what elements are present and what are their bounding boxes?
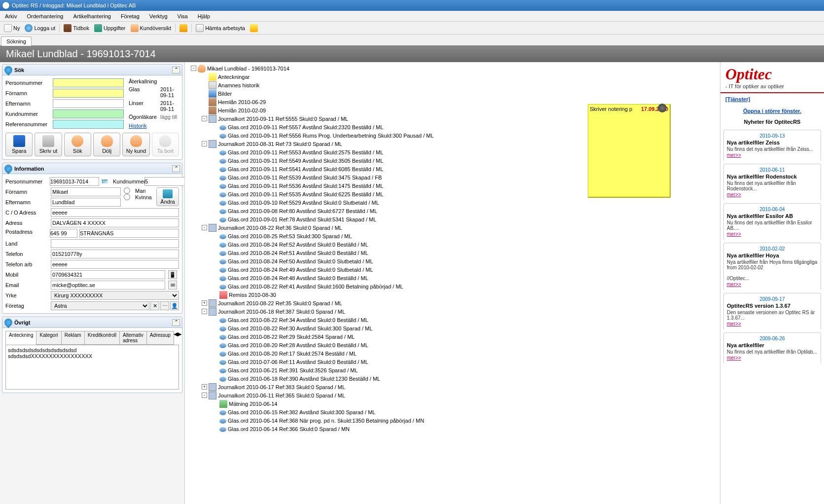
tree-node[interactable]: Glas.ord 2010-08-24 Ref:52 Avstånd Skuld… xyxy=(187,240,718,249)
expand-button[interactable]: - xyxy=(202,393,207,398)
tree-node[interactable]: -Journalkort 2010-06-18 Ref:387 Skuld:0 … xyxy=(187,307,718,316)
tab-scroll[interactable]: ▶ xyxy=(178,331,181,345)
tree-node[interactable]: Glas.ord 2010-06-15 Ref:382 Avstånd Skul… xyxy=(187,408,718,416)
tree-node[interactable]: Mätning 2010-06-14 xyxy=(187,399,718,408)
info-post1[interactable] xyxy=(50,229,77,238)
tree-node[interactable]: Glas.ord 2010-08-24 Ref:48 Avstånd Skuld… xyxy=(187,274,718,282)
input-referensnummer[interactable] xyxy=(53,120,124,129)
input-fornamn[interactable] xyxy=(53,89,124,98)
menu-verktyg[interactable]: Verktyg xyxy=(144,13,173,19)
tree-node[interactable]: Glas.ord 2010-06-14 Ref:368 När prog. pd… xyxy=(187,416,718,425)
expand-button[interactable]: - xyxy=(202,309,207,314)
spara-button[interactable]: Spara xyxy=(5,133,33,156)
ovrigt-tab-kreditkontroll[interactable]: Kreditkontroll xyxy=(84,331,120,345)
tree-node[interactable]: Glas.ord 2010-09-01 Ref:78 Avstånd Skuld… xyxy=(187,215,718,223)
tree-node[interactable]: -Journalkort 2010-08-22 Ref:36 Skuld:0 S… xyxy=(187,223,718,232)
menu-artikelhantering[interactable]: Artikelhantering xyxy=(68,13,115,19)
tool-lock[interactable] xyxy=(178,23,189,34)
input-kundnummer[interactable] xyxy=(53,109,124,118)
info-tel[interactable] xyxy=(51,250,179,258)
id-lookup-button[interactable]: 🪪 xyxy=(101,179,111,185)
collapse-button[interactable]: ⌃ xyxy=(172,165,180,172)
menu-hjälp[interactable]: Hjälp xyxy=(193,13,215,19)
tab-sokning[interactable]: Sökning xyxy=(1,36,32,46)
tree-node[interactable]: Glas.ord 2010-08-24 Ref:51 Avstånd Skuld… xyxy=(187,249,718,257)
tool-ny[interactable]: Ny xyxy=(2,23,22,34)
tool-kundöversikt[interactable]: Kundöversikt xyxy=(129,23,174,34)
info-kn[interactable] xyxy=(144,177,184,186)
info-foretag[interactable]: Astra xyxy=(51,301,149,310)
info-adr[interactable] xyxy=(51,218,179,227)
tool-uppgifter[interactable]: Uppgifter xyxy=(92,23,128,34)
menu-företag[interactable]: Företag xyxy=(116,13,144,19)
menu-arkiv[interactable]: Arkiv xyxy=(0,13,22,19)
info-post2[interactable] xyxy=(79,229,179,238)
tool-tidbok[interactable]: Tidbok xyxy=(62,23,91,34)
expand-button[interactable]: + xyxy=(202,384,207,390)
ovrigt-tab-kategori[interactable]: Kategori xyxy=(36,331,61,345)
ovrigt-tab-alternativ-adress[interactable]: Alternativ adress xyxy=(119,331,147,345)
expand-button[interactable]: - xyxy=(191,66,196,71)
oppna-link[interactable]: Öppna i större fönster. xyxy=(720,105,824,117)
info-fn[interactable] xyxy=(51,187,121,196)
expand-button[interactable]: - xyxy=(202,141,207,146)
company-btn3[interactable]: 👤 xyxy=(170,301,179,310)
email-action-button[interactable]: ✉ xyxy=(168,281,177,289)
tree-node[interactable]: Glas.ord 2010-08-20 Ref:28 Avstånd Skuld… xyxy=(187,341,718,349)
dolj-button[interactable]: Dölj xyxy=(93,133,120,156)
sticky-note[interactable]: Skriver notering p 17.09.2010 xyxy=(588,104,671,198)
nykund-button[interactable]: Ny kund xyxy=(122,133,149,156)
info-co[interactable] xyxy=(51,208,179,217)
tree-node[interactable]: Glas.ord 2010-08-22 Ref:34 Avstånd Skuld… xyxy=(187,316,718,324)
expand-button[interactable]: - xyxy=(202,225,207,230)
skrivut-button[interactable]: Skriv ut xyxy=(35,133,62,156)
tree-node[interactable]: Glas.ord 2010-08-25 Ref:53 Skuld:300 Spa… xyxy=(187,232,718,240)
recall-ogon-add[interactable]: lägg till xyxy=(160,114,179,120)
andra-button[interactable]: Ändra xyxy=(156,187,179,206)
news-more-link[interactable]: mer>> xyxy=(727,355,741,360)
collapse-button[interactable]: ⌃ xyxy=(172,67,180,73)
sticky-pin-icon[interactable] xyxy=(658,104,667,112)
tree-node[interactable]: Glas.ord 2010-07-06 Ref:11 Avstånd Skuld… xyxy=(187,358,718,366)
info-pn[interactable] xyxy=(50,177,99,186)
tree-node[interactable]: Glas.ord 2010-06-18 Ref:390 Avstånd Skul… xyxy=(187,374,718,383)
tree-node[interactable]: -Mikael Lundblad - 19691013-7014 xyxy=(187,64,718,72)
info-telarb[interactable] xyxy=(51,260,179,269)
tree-node[interactable]: Glas.ord 2010-08-22 Ref:30 Avstånd Skuld… xyxy=(187,324,718,332)
mobile-action-button[interactable]: 📱 xyxy=(168,270,177,279)
tree-node[interactable]: Glas.ord 2010-09-10 Ref:5529 Avstånd Sku… xyxy=(187,198,718,207)
tab-scroll[interactable]: ◀ xyxy=(174,331,178,345)
tree-node[interactable]: Glas.ord 2010-08-24 Ref:50 Avstånd Skuld… xyxy=(187,257,718,265)
expand-button[interactable]: - xyxy=(202,116,207,121)
tree-node[interactable]: Glas.ord 2010-08-22 Ref:29 Skuld:2584 Sp… xyxy=(187,332,718,341)
input-personnummer[interactable] xyxy=(53,78,124,87)
anteckning-text[interactable]: sdsdsdsdsdsdsdsdsdsdsdsd sdsdsdsdXXXXXXX… xyxy=(5,345,179,390)
company-btn2[interactable]: ⋯ xyxy=(160,301,169,310)
menu-visa[interactable]: Visa xyxy=(173,13,193,19)
info-land[interactable] xyxy=(51,239,179,248)
info-en[interactable] xyxy=(51,198,121,207)
info-mobil[interactable] xyxy=(51,270,165,279)
tool-hämta-arbetsyta[interactable]: Hämta arbetsyta xyxy=(194,23,247,34)
tree-node[interactable]: Glas.ord 2010-09-08 Ref:80 Avstånd Skuld… xyxy=(187,207,718,215)
tree-node[interactable]: Glas.ord 2010-08-24 Ref:49 Avstånd Skuld… xyxy=(187,265,718,274)
tree-node[interactable]: +Journalkort 2010-06-17 Ref:383 Skuld:0 … xyxy=(187,383,718,391)
company-btn1[interactable]: ✕ xyxy=(150,301,159,310)
tree-node[interactable]: Glas.ord 2010-08-20 Ref:17 Skuld:2574 Be… xyxy=(187,349,718,358)
tree-node[interactable]: Glas.ord 2010-08-22 Ref:41 Avstånd Skuld… xyxy=(187,282,718,290)
expand-button[interactable]: + xyxy=(202,300,207,306)
collapse-button[interactable]: ⌃ xyxy=(172,319,180,326)
tree-node[interactable]: Anteckningar xyxy=(187,72,718,81)
tjanster-link[interactable]: [Tjänster] xyxy=(720,93,824,105)
ovrigt-tab-reklam[interactable]: Reklam xyxy=(61,331,85,345)
historik-link[interactable]: Historik xyxy=(129,123,147,129)
radio-kvinna[interactable] xyxy=(124,194,130,200)
tree-node[interactable]: Remiss 2010-08-30 xyxy=(187,290,718,299)
news-more-link[interactable]: mer>> xyxy=(727,192,741,197)
tool-logga-ut[interactable]: Logga ut xyxy=(23,23,57,34)
ovrigt-tab-anteckning[interactable]: Anteckning xyxy=(5,331,36,345)
info-email[interactable] xyxy=(51,281,165,289)
tree-node[interactable]: Anamnes historik xyxy=(187,81,718,89)
tree-node[interactable]: Bilder xyxy=(187,89,718,98)
input-efternamn[interactable] xyxy=(53,99,124,108)
